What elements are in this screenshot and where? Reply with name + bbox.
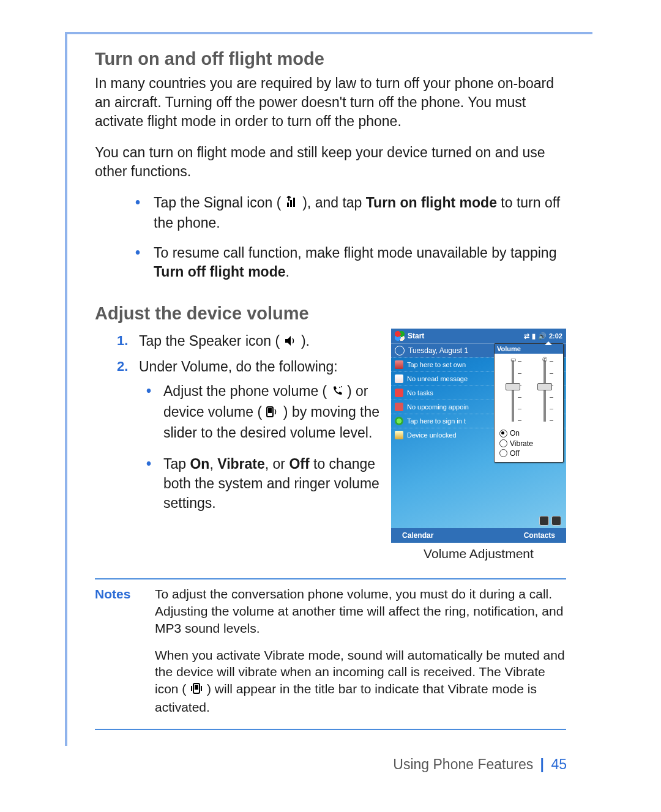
speaker-icon xyxy=(284,333,297,352)
svg-rect-2 xyxy=(293,198,295,207)
start-label: Start xyxy=(408,332,424,340)
screenshot-caption: Volume Adjustment xyxy=(391,546,566,561)
volume-sliders: ▭ ✆ xyxy=(495,354,563,427)
notes-paragraph-2: When you activate Vibrate mode, sound wi… xyxy=(155,647,566,716)
page: Turn on and off flight mode In many coun… xyxy=(0,0,661,812)
signal-bar-icon: ▮ xyxy=(532,332,536,340)
bold-turn-off: Turn off flight mode xyxy=(154,264,285,280)
bold-vibrate: Vibrate xyxy=(217,456,265,472)
softkey-bar: Calendar Contacts xyxy=(391,528,566,543)
page-footer: Using Phone Features | 45 xyxy=(393,756,567,773)
keyboard-icon xyxy=(551,516,561,526)
windows-logo-icon xyxy=(395,331,405,341)
radio-vibrate[interactable]: Vibrate xyxy=(499,439,561,449)
msn-icon xyxy=(395,417,403,425)
flight-paragraph-2: You can turn on flight mode and still ke… xyxy=(95,143,566,181)
connectivity-icon: ⇄ xyxy=(524,332,529,340)
slider-thumb[interactable] xyxy=(506,383,520,390)
flight-bullet-list: Tap the Signal icon ( ), and tap Turn on… xyxy=(95,193,566,281)
volume-popup-title: Volume xyxy=(495,344,563,354)
calendar-icon xyxy=(395,403,403,411)
content-area: Turn on and off flight mode In many coun… xyxy=(95,49,566,730)
svg-point-3 xyxy=(339,387,340,388)
radio-icon xyxy=(499,439,507,447)
footer-separator: | xyxy=(540,756,544,772)
device-mock: Start ⇄ ▮ 🔊 2:02 Tuesday, August 1 Tap h… xyxy=(391,329,566,543)
lock-icon xyxy=(395,431,403,439)
sip-icons xyxy=(539,516,561,526)
system-volume-slider[interactable]: ▭ xyxy=(501,357,525,425)
vibrate-icon xyxy=(190,682,203,699)
svg-point-4 xyxy=(341,386,342,387)
device-screenshot-col: Start ⇄ ▮ 🔊 2:02 Tuesday, August 1 Tap h… xyxy=(391,329,566,561)
sub-on-vibrate-off: Tap On, Vibrate, or Off to change both t… xyxy=(163,454,380,513)
clock-icon xyxy=(395,346,405,356)
softkey-left[interactable]: Calendar xyxy=(402,531,433,540)
radio-icon xyxy=(499,449,507,457)
sub-adjust-slider: Adjust the phone volume ( ) or device vo… xyxy=(163,381,380,443)
mail-icon xyxy=(395,374,403,383)
device-volume-icon xyxy=(266,403,279,423)
radio-on[interactable]: On xyxy=(499,428,561,438)
bold-off: Off xyxy=(289,456,309,472)
ringer-volume-slider[interactable]: ✆ xyxy=(532,357,557,425)
footer-page-number: 45 xyxy=(551,756,567,772)
phone-volume-icon xyxy=(331,382,343,402)
heading-flight-mode: Turn on and off flight mode xyxy=(95,49,566,69)
left-border xyxy=(65,32,67,746)
bold-on: On xyxy=(190,456,209,472)
heading-volume: Adjust the device volume xyxy=(95,304,566,324)
svg-rect-0 xyxy=(287,203,289,207)
top-border xyxy=(65,32,592,34)
notes-label: Notes xyxy=(95,586,138,725)
sip-icon xyxy=(539,516,549,526)
volume-two-col: Tap the Speaker icon ( ). Under Volume, … xyxy=(95,329,566,561)
svg-rect-1 xyxy=(290,200,292,207)
volume-popup: Volume ▭ ✆ xyxy=(494,343,564,463)
volume-steps-col: Tap the Speaker icon ( ). Under Volume, … xyxy=(95,329,380,524)
flight-bullet-signal: Tap the Signal icon ( ), and tap Turn on… xyxy=(154,193,566,233)
step-speaker-icon: Tap the Speaker icon ( ). xyxy=(139,332,380,352)
radio-icon xyxy=(499,430,507,438)
user-icon xyxy=(395,360,403,369)
bold-turn-on: Turn on flight mode xyxy=(366,195,497,210)
volume-sub-bullets: Adjust the phone volume ( ) or device vo… xyxy=(139,381,380,513)
volume-steps: Tap the Speaker icon ( ). Under Volume, … xyxy=(95,332,380,513)
slider-thumb[interactable] xyxy=(537,383,552,390)
step-under-volume: Under Volume, do the following: Adjust t… xyxy=(139,357,380,513)
footer-section: Using Phone Features xyxy=(393,756,533,772)
device-title-bar: Start ⇄ ▮ 🔊 2:02 xyxy=(391,329,566,343)
notes-block: Notes To adjust the conversation phone v… xyxy=(95,586,566,725)
radio-off[interactable]: Off xyxy=(499,449,561,458)
task-icon xyxy=(395,389,403,397)
flight-paragraph-1: In many countries you are required by la… xyxy=(95,74,566,131)
notes-divider-bottom xyxy=(95,729,566,730)
svg-rect-8 xyxy=(195,685,198,690)
notes-body: To adjust the conversation phone volume,… xyxy=(155,586,566,725)
softkey-right[interactable]: Contacts xyxy=(524,531,555,540)
flight-bullet-resume: To resume call function, make flight mod… xyxy=(154,244,566,281)
date-label: Tuesday, August 1 xyxy=(408,346,468,355)
signal-icon xyxy=(285,195,299,214)
svg-rect-6 xyxy=(268,408,272,413)
volume-radio-group: On Vibrate Off xyxy=(495,427,563,462)
notes-divider-top xyxy=(95,578,566,579)
notes-paragraph-1: To adjust the conversation phone volume,… xyxy=(155,586,566,636)
